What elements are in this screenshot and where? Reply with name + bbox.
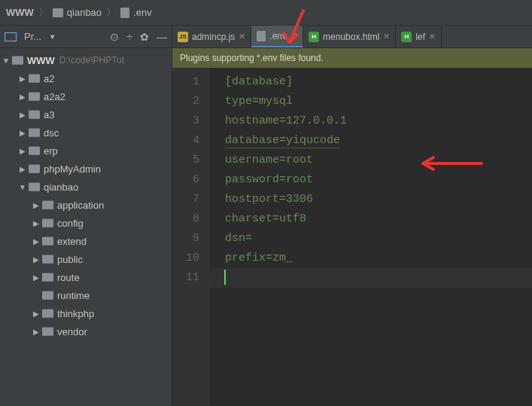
tree-item-extend[interactable]: ▶extend xyxy=(0,232,172,250)
line-number: 1 xyxy=(186,72,199,92)
line-number: 3 xyxy=(186,111,199,131)
tree-arrow-icon[interactable]: ▶ xyxy=(18,93,27,101)
sidebar-title[interactable]: Pr... xyxy=(24,31,41,42)
folder-icon xyxy=(42,273,53,282)
code-line[interactable]: prefix=zm_ xyxy=(225,249,532,268)
filetype-icon xyxy=(257,31,266,41)
close-icon[interactable]: ✕ xyxy=(290,31,297,41)
folder-icon xyxy=(12,56,23,65)
code-line[interactable]: dsn= xyxy=(225,229,532,249)
breadcrumb-folder[interactable]: qianbao xyxy=(53,7,102,18)
tree-label: config xyxy=(57,218,84,229)
code-editor[interactable]: 1234567891011 [database]type=mysqlhostna… xyxy=(172,68,532,406)
tree-label: a3 xyxy=(44,109,54,121)
line-number: 2 xyxy=(186,92,199,111)
tree-item-runtime[interactable]: runtime xyxy=(0,286,172,304)
tree-label: extend xyxy=(57,236,87,247)
tree-arrow-icon[interactable]: ▶ xyxy=(32,219,41,227)
tree-item-public[interactable]: ▶public xyxy=(0,250,172,268)
tab-lef[interactable]: Hlef✕ xyxy=(396,26,442,47)
tree-arrow-icon[interactable]: ▶ xyxy=(18,75,27,83)
tree-item-thinkphp[interactable]: ▶thinkphp xyxy=(0,304,172,322)
tree-arrow-icon[interactable]: ▶ xyxy=(32,310,41,318)
code-line[interactable]: database=yiqucode xyxy=(225,131,532,151)
folder-icon xyxy=(42,327,53,336)
tree-item-route[interactable]: ▶route xyxy=(0,268,172,286)
folder-icon xyxy=(29,164,40,173)
tree-arrow-icon[interactable]: ▶ xyxy=(18,129,27,137)
svg-rect-3 xyxy=(29,110,40,118)
breadcrumb-file[interactable]: .env xyxy=(120,7,152,18)
tree-arrow-icon[interactable]: ▶ xyxy=(32,237,41,246)
tree-arrow-icon[interactable]: ▶ xyxy=(32,201,41,209)
svg-rect-14 xyxy=(42,309,53,317)
line-number: 8 xyxy=(186,209,199,229)
tree-label: dsc xyxy=(44,127,59,139)
code-line[interactable] xyxy=(225,268,532,288)
folder-icon xyxy=(53,8,63,17)
close-icon[interactable]: ✕ xyxy=(383,32,390,41)
tree-item-erp[interactable]: ▶erp xyxy=(0,142,172,160)
breadcrumb-root[interactable]: WWW xyxy=(6,7,34,18)
tab-label: lef xyxy=(415,32,425,42)
code-line[interactable]: charset=utf8 xyxy=(225,209,532,229)
dropdown-icon[interactable]: ▼ xyxy=(49,33,56,41)
code-line[interactable]: username=root xyxy=(225,151,532,170)
svg-rect-2 xyxy=(29,92,40,100)
filetype-icon: JS xyxy=(178,32,188,42)
editor-area: JSadmincp.js✕.env✕Hmenubox.html✕Hlef✕ Pl… xyxy=(172,26,532,406)
project-sidebar: Pr... ▼ ⊙ ÷ ✿ — ▼ WWW D:\code\PHPTut ▶a2… xyxy=(0,26,172,406)
tree-item-config[interactable]: ▶config xyxy=(0,214,172,232)
plugin-banner[interactable]: Plugins supporting *.env files found. xyxy=(172,48,532,68)
gear-icon[interactable]: ✿ xyxy=(140,31,149,43)
tree-item-a2a2[interactable]: ▶a2a2 xyxy=(0,87,172,105)
tree-item-vendor[interactable]: ▶vendor xyxy=(0,322,172,340)
folder-icon xyxy=(29,128,40,137)
project-tree: ▼ WWW D:\code\PHPTut ▶a2▶a2a2▶a3▶dsc▶erp… xyxy=(0,48,172,343)
tree-arrow-icon[interactable]: ▼ xyxy=(18,183,27,191)
code-line[interactable]: hostname=127.0.0.1 xyxy=(225,111,532,131)
tab-menubox.html[interactable]: Hmenubox.html✕ xyxy=(303,26,396,47)
chevron-down-icon[interactable]: ▼ xyxy=(2,56,11,65)
folder-icon xyxy=(42,237,53,246)
tree-arrow-icon[interactable]: ▶ xyxy=(32,328,41,336)
tab-.env[interactable]: .env✕ xyxy=(251,26,303,47)
folder-icon xyxy=(29,74,40,83)
code-line[interactable]: hostport=3306 xyxy=(225,190,532,209)
tree-root[interactable]: ▼ WWW D:\code\PHPTut xyxy=(0,51,172,69)
tab-label: menubox.html xyxy=(323,32,379,42)
svg-rect-0 xyxy=(12,56,23,64)
svg-rect-13 xyxy=(42,291,53,299)
tree-label: qianbao xyxy=(44,182,78,193)
code-line[interactable]: [database] xyxy=(225,72,532,92)
line-number: 7 xyxy=(186,190,199,209)
folder-icon xyxy=(42,200,53,209)
editor-tabs: JSadmincp.js✕.env✕Hmenubox.html✕Hlef✕ xyxy=(172,26,532,48)
tree-item-application[interactable]: ▶application xyxy=(0,196,172,214)
tree-arrow-icon[interactable]: ▶ xyxy=(18,111,27,119)
close-icon[interactable]: ✕ xyxy=(239,32,245,41)
tree-item-phpMyAdmin[interactable]: ▶phpMyAdmin xyxy=(0,160,172,178)
close-icon[interactable]: ✕ xyxy=(429,32,436,41)
collapse-icon[interactable]: ÷ xyxy=(126,31,132,43)
tree-label: route xyxy=(57,272,80,283)
tree-arrow-icon[interactable]: ▶ xyxy=(32,273,41,282)
tree-item-a2[interactable]: ▶a2 xyxy=(0,69,172,87)
code-line[interactable]: password=root xyxy=(225,170,532,190)
code-line[interactable]: type=mysql xyxy=(225,92,532,111)
tree-label: application xyxy=(57,200,104,211)
tree-item-qianbao[interactable]: ▼qianbao xyxy=(0,178,172,196)
tree-item-a3[interactable]: ▶a3 xyxy=(0,105,172,124)
tree-arrow-icon[interactable]: ▶ xyxy=(32,255,41,264)
hide-icon[interactable]: — xyxy=(157,31,167,43)
svg-rect-1 xyxy=(29,74,40,82)
tree-item-dsc[interactable]: ▶dsc xyxy=(0,124,172,142)
tree-arrow-icon[interactable]: ▶ xyxy=(18,147,27,155)
target-icon[interactable]: ⊙ xyxy=(110,31,119,43)
tree-arrow-icon[interactable]: ▶ xyxy=(18,165,27,173)
tree-label: vendor xyxy=(57,326,87,337)
chevron-right-icon: 〉 xyxy=(106,6,116,20)
svg-rect-10 xyxy=(42,237,53,245)
svg-rect-4 xyxy=(29,128,40,136)
tab-admincp.js[interactable]: JSadmincp.js✕ xyxy=(172,26,251,47)
